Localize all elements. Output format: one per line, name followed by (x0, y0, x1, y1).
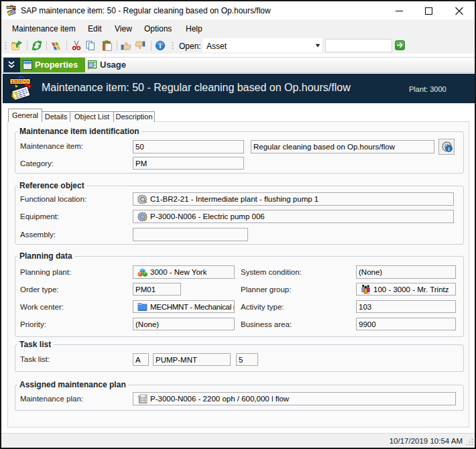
svg-text:1: 1 (11, 79, 14, 84)
svg-text:0: 0 (19, 79, 22, 84)
svg-text:i: i (160, 42, 162, 50)
svg-text:i: i (448, 146, 449, 152)
svg-text:0: 0 (15, 79, 18, 84)
